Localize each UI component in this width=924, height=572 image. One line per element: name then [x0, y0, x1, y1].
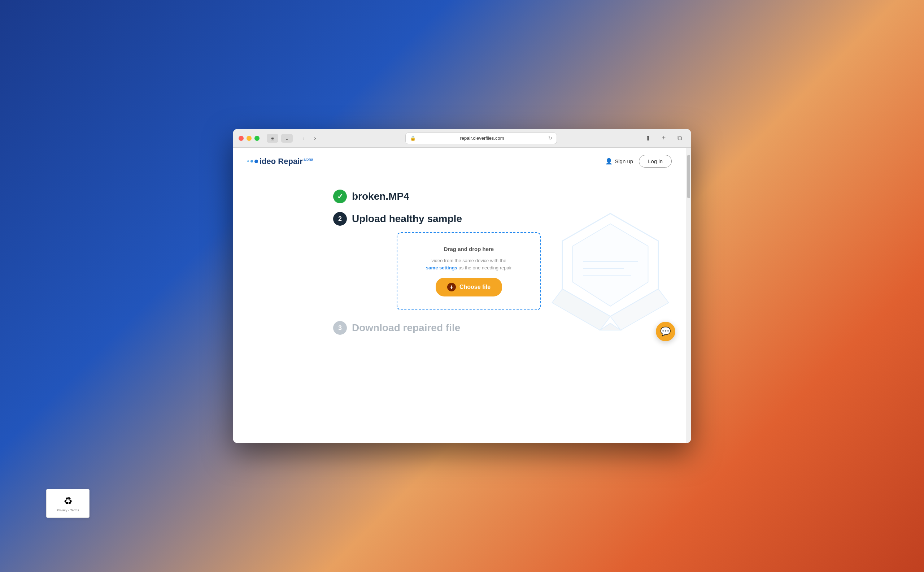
logo: ideo Repairalpha: [247, 157, 313, 166]
scrollbar-track[interactable]: [686, 148, 691, 443]
lock-icon: 🔒: [410, 135, 416, 141]
address-bar-wrapper: 🔒 repair.cleverfiles.com ↻: [324, 132, 638, 144]
layout-toggle-button[interactable]: ⌄: [281, 134, 293, 143]
step1-filename: broken.MP4: [352, 191, 409, 202]
drag-drop-text: Drag and drop here: [444, 246, 494, 252]
recaptcha-box: ♻ Privacy - Terms: [46, 489, 90, 518]
url-text: repair.cleverfiles.com: [419, 135, 546, 141]
nav-arrows: ‹ ›: [299, 133, 320, 143]
user-icon: 👤: [605, 158, 612, 165]
logo-name: ideo Repair: [259, 157, 303, 166]
logo-dot-3: [254, 160, 258, 163]
logo-dots: [247, 160, 258, 163]
helper-highlight: same settings: [426, 265, 457, 270]
logo-text: ideo Repairalpha: [259, 157, 313, 166]
forward-button[interactable]: ›: [310, 133, 320, 143]
close-button[interactable]: [239, 136, 243, 141]
check-mark-icon: ✓: [337, 192, 343, 201]
toolbar-right: ⬆ + ⧉: [642, 132, 685, 144]
step2-number: 2: [338, 215, 342, 223]
tabs-overview-button[interactable]: ⧉: [674, 132, 685, 144]
svg-marker-1: [573, 224, 648, 306]
new-tab-button[interactable]: +: [658, 132, 670, 144]
login-button[interactable]: Log in: [639, 155, 672, 168]
plus-icon: +: [447, 283, 456, 291]
header-nav: 👤 Sign up Log in: [605, 155, 672, 168]
recaptcha-logo-icon: ♻: [64, 495, 73, 507]
logo-dot-2: [251, 160, 253, 163]
step3-number: 3: [338, 324, 342, 332]
step3-number-circle: 3: [333, 321, 347, 335]
step1-check-circle: ✓: [333, 190, 347, 203]
logo-alpha: alpha: [304, 157, 313, 162]
chat-button[interactable]: 💬: [656, 322, 675, 341]
step3-title: Download repaired file: [352, 322, 460, 334]
recaptcha-text: Privacy - Terms: [57, 508, 79, 512]
share-button[interactable]: ⬆: [642, 132, 654, 144]
reload-button[interactable]: ↻: [548, 135, 552, 141]
address-bar[interactable]: 🔒 repair.cleverfiles.com ↻: [405, 132, 557, 144]
choose-file-label: Choose file: [459, 284, 490, 290]
main-content: ✓ broken.MP4 2 Upload healthy sample Dra…: [233, 175, 686, 356]
back-button[interactable]: ‹: [299, 133, 309, 143]
choose-file-button[interactable]: + Choose file: [436, 278, 502, 297]
step2-title: Upload healthy sample: [352, 213, 462, 225]
helper-line1: video from the same device with the: [431, 258, 506, 263]
logo-dot-1: [247, 160, 249, 162]
chat-icon: 💬: [660, 326, 671, 337]
signup-button[interactable]: 👤 Sign up: [605, 158, 633, 165]
sidebar-toggle-button[interactable]: ⊞: [267, 134, 278, 143]
helper-text: video from the same device with the same…: [426, 257, 512, 271]
dropzone[interactable]: Drag and drop here video from the same d…: [397, 232, 541, 310]
page-header: ideo Repairalpha 👤 Sign up Log in: [233, 148, 686, 175]
browser-window: ⊞ ⌄ ‹ › 🔒 repair.cleverfiles.com ↻ ⬆ + ⧉: [233, 129, 691, 443]
helper-line2: as the one needing repair: [458, 265, 512, 270]
signup-label: Sign up: [615, 158, 633, 164]
fullscreen-button[interactable]: [254, 136, 259, 141]
window-body: ideo Repairalpha 👤 Sign up Log in: [233, 148, 691, 443]
minimize-button[interactable]: [247, 136, 251, 141]
page-content: ideo Repairalpha 👤 Sign up Log in: [233, 148, 686, 443]
titlebar: ⊞ ⌄ ‹ › 🔒 repair.cleverfiles.com ↻ ⬆ + ⧉: [233, 129, 691, 148]
step2-number-circle: 2: [333, 212, 347, 226]
window-controls: ⊞ ⌄: [267, 134, 293, 143]
traffic-lights: [239, 136, 259, 141]
scrollbar-thumb[interactable]: [687, 155, 690, 198]
background-illustration: [542, 175, 679, 337]
